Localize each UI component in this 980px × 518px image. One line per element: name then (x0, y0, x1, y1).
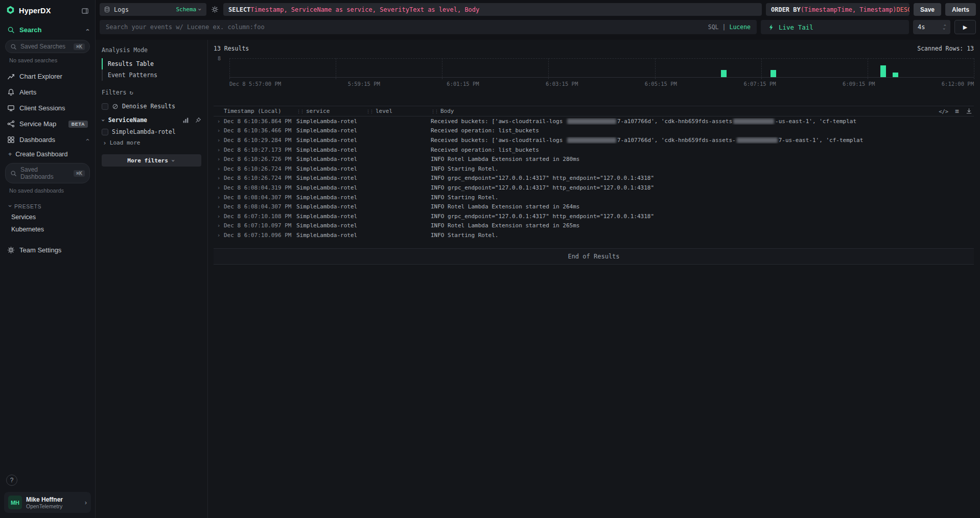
redacted-text (733, 119, 774, 124)
table-row[interactable]: › Dec 8 6:10:27.173 PM SimpleLambda-rote… (214, 145, 974, 155)
row-service: SimpleLambda-rotel (296, 194, 366, 201)
sidebar-bottom: ? MH Mike Heffner OpenTelemetry › (4, 475, 91, 513)
row-expand-icon[interactable]: › (217, 137, 221, 144)
preset-item-services[interactable]: Services (4, 211, 91, 223)
hyperdx-logo-icon (6, 6, 15, 16)
row-expand-icon[interactable]: › (217, 175, 221, 181)
row-expand-icon[interactable]: › (217, 203, 221, 210)
help-button[interactable]: ? (6, 475, 17, 486)
row-expand-icon[interactable]: › (217, 184, 221, 191)
table-row[interactable]: › Dec 8 6:08:04.319 PM SimpleLambda-rote… (214, 183, 974, 193)
column-service[interactable]: ⋮⋮ service (296, 108, 366, 114)
row-expand-icon[interactable]: › (217, 127, 221, 134)
saved-dashboards-input[interactable]: Saved Dashboards ⌘K (5, 163, 90, 183)
histogram-bar[interactable] (880, 65, 886, 77)
table-row[interactable]: › Dec 8 6:07:10.108 PM SimpleLambda-rote… (214, 211, 974, 221)
lucene-mode-button[interactable]: Lucene (729, 23, 751, 31)
create-dashboard-button[interactable]: + Create Dashboard (4, 148, 91, 161)
load-more-button[interactable]: › Load more (102, 137, 201, 150)
denoise-checkbox[interactable] (102, 103, 108, 110)
sql-columns: Timestamp, ServiceName as service, Sever… (250, 6, 479, 13)
column-level[interactable]: ⋮⋮ level (366, 108, 431, 114)
sidebar-item-team-settings[interactable]: Team Settings (4, 243, 91, 257)
sidebar-item-alerts[interactable]: Alerts (4, 85, 91, 100)
row-expand-icon[interactable]: › (217, 222, 221, 229)
row-timestamp: Dec 8 6:10:36.864 PM (224, 118, 296, 125)
chevron-up-icon[interactable]: › (83, 138, 90, 140)
source-select[interactable]: Logs Schema › (100, 3, 206, 16)
row-expand-icon[interactable]: › (217, 213, 221, 220)
refresh-interval-select[interactable]: 4s › › (913, 20, 950, 34)
row-expand-icon[interactable]: › (217, 147, 221, 153)
table-row[interactable]: › Dec 8 6:10:36.864 PM SimpleLambda-rote… (214, 116, 974, 126)
histogram-bar[interactable] (721, 70, 727, 77)
denoise-toggle[interactable]: Denoise Results (102, 101, 201, 112)
facet-value-row[interactable]: SimpleLambda-rotel (102, 126, 201, 137)
row-expand-icon[interactable]: › (217, 232, 221, 239)
y-axis-max-label: 8 (218, 56, 221, 61)
schema-link[interactable]: Schema › (176, 6, 202, 13)
row-expand-icon[interactable]: › (217, 156, 221, 162)
denoise-label: Denoise Results (122, 103, 175, 110)
interval-value: 4s (918, 23, 925, 31)
table-row[interactable]: › Dec 8 6:10:26.726 PM SimpleLambda-rote… (214, 154, 974, 164)
column-timestamp[interactable]: Timestamp (Local) (224, 108, 296, 114)
row-expand-icon[interactable]: › (217, 118, 221, 125)
histogram-plot[interactable] (229, 58, 974, 78)
facet-value-checkbox[interactable] (102, 129, 108, 135)
facet-servicename[interactable]: › ServiceName (102, 112, 201, 126)
column-label: level (376, 108, 392, 114)
table-row[interactable]: › Dec 8 6:07:10.096 PM SimpleLambda-rote… (214, 230, 974, 240)
chevron-up-icon[interactable]: › (83, 29, 90, 31)
download-icon[interactable] (966, 108, 972, 114)
drag-handle-icon[interactable]: ⋮⋮ (431, 109, 438, 114)
shortcut-badge: ⌘K (74, 170, 85, 177)
facet-chart-icon[interactable] (182, 117, 189, 124)
user-menu[interactable]: MH Mike Heffner OpenTelemetry › (4, 492, 91, 513)
select-query-input[interactable]: SELECT Timestamp, ServiceName as service… (223, 3, 762, 16)
sidebar-item-client-sessions[interactable]: Client Sessions (4, 101, 91, 115)
row-expand-icon[interactable]: › (217, 194, 221, 201)
table-row[interactable]: › Dec 8 6:10:26.724 PM SimpleLambda-rote… (214, 164, 974, 174)
live-tail-button[interactable]: Live Tail (761, 20, 909, 34)
mode-results-table[interactable]: Results Table (102, 58, 201, 69)
row-expand-icon[interactable]: › (217, 166, 221, 172)
query-settings-gear-icon[interactable] (211, 3, 219, 16)
interval-steppers[interactable]: › › (943, 23, 946, 31)
histogram-bar[interactable] (893, 73, 898, 77)
column-body[interactable]: ⋮⋮ Body </> ≡ (431, 107, 974, 115)
table-row[interactable]: › Dec 8 6:10:26.724 PM SimpleLambda-rote… (214, 174, 974, 183)
save-button[interactable]: Save (914, 3, 941, 16)
alerts-button[interactable]: Alerts (945, 3, 976, 16)
saved-dashboards-placeholder: Saved Dashboards (20, 166, 70, 180)
sidebar-collapse-icon[interactable] (81, 7, 89, 15)
event-search-input[interactable]: Search your events w/ Lucene ex. column:… (100, 20, 757, 34)
run-query-button[interactable]: ▶ (954, 20, 976, 34)
more-filters-button[interactable]: More filters › (102, 154, 201, 167)
saved-searches-input[interactable]: Saved Searches ⌘K (5, 40, 90, 53)
table-row[interactable]: › Dec 8 6:07:10.097 PM SimpleLambda-rote… (214, 221, 974, 231)
sidebar-item-dashboards[interactable]: Dashboards › (4, 132, 91, 147)
row-density-icon[interactable]: ≡ (955, 107, 959, 115)
sidebar-item-search[interactable]: Search › (4, 22, 91, 37)
sidebar-item-chart-explorer[interactable]: Chart Explorer (4, 69, 91, 84)
presets-toggle[interactable]: › PRESETS (4, 199, 91, 211)
table-row[interactable]: › Dec 8 6:10:29.284 PM SimpleLambda-rote… (214, 135, 974, 145)
table-row[interactable]: › Dec 8 6:08:04.307 PM SimpleLambda-rote… (214, 193, 974, 202)
histogram-bar[interactable] (771, 70, 776, 77)
facet-pin-icon[interactable] (195, 117, 201, 124)
drag-handle-icon[interactable]: ⋮⋮ (296, 109, 304, 114)
source-code-icon[interactable]: </> (939, 108, 948, 114)
preset-item-kubernetes[interactable]: Kubernetes (4, 223, 91, 236)
table-row[interactable]: › Dec 8 6:10:36.466 PM SimpleLambda-rote… (214, 126, 974, 136)
sidebar-item-service-map[interactable]: Service Map BETA (4, 116, 91, 131)
mode-event-patterns[interactable]: Event Patterns (102, 69, 201, 81)
orderby-input[interactable]: ORDER BY (TimestampTime, Timestamp) DESC (766, 3, 909, 16)
row-service: SimpleLambda-rotel (296, 166, 366, 172)
refresh-icon[interactable]: ↻ (129, 89, 133, 96)
table-row[interactable]: › Dec 8 6:08:04.307 PM SimpleLambda-rote… (214, 202, 974, 211)
load-more-label: Load more (110, 139, 141, 146)
chevron-right-icon: › (103, 139, 107, 146)
drag-handle-icon[interactable]: ⋮⋮ (366, 109, 373, 114)
sql-mode-button[interactable]: SQL (708, 23, 719, 31)
